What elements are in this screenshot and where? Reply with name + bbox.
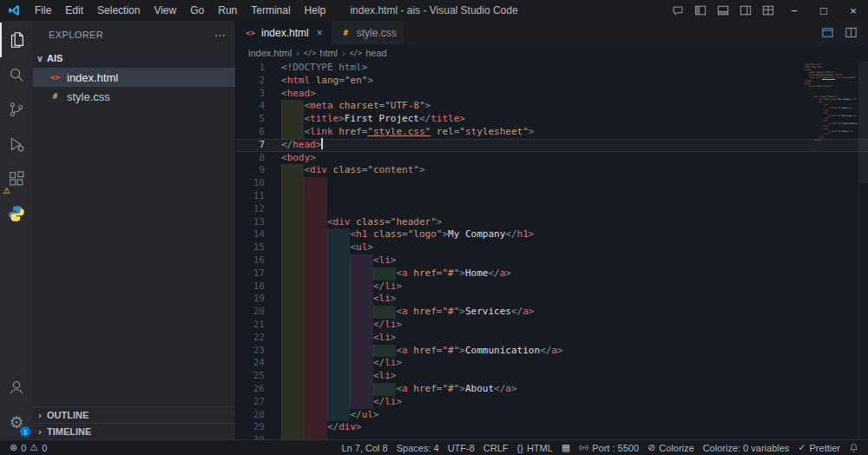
code-line[interactable]: 10 [236,177,868,190]
code-line[interactable]: 23<a href="#">Communication</a> [236,345,868,358]
line-number[interactable]: 28 [236,409,265,422]
file-index.html[interactable]: <>index.html [33,68,235,87]
menu-item-go[interactable]: Go [183,0,211,21]
breadcrumb-item-index.html[interactable]: index.html [248,48,292,58]
code-line[interactable]: 24</li> [236,357,868,370]
problems-indicator[interactable]: ⊗ 0 ⚠ 0 [5,440,51,455]
line-number[interactable]: 6 [236,126,265,139]
code-line[interactable]: 1<!DOCTYPE html> [236,62,868,75]
line-number[interactable]: 12 [236,203,265,216]
line-number[interactable]: 30 [236,434,265,439]
tab-index.html[interactable]: <>index.html× [236,21,332,44]
activity-source-control-icon[interactable] [0,92,33,127]
code-line[interactable]: 21</li> [236,319,868,332]
close-tab-icon[interactable]: × [317,27,323,39]
code-line[interactable]: 27</li> [236,396,868,409]
prettier[interactable]: ✓Prettier [793,440,845,455]
code-line[interactable]: 20<a href="#">Services</a> [236,306,868,319]
line-number[interactable]: 26 [236,383,265,396]
live-server-port[interactable]: Port : 5500 [575,440,643,455]
code-editor[interactable]: 1<!DOCTYPE html>2<html lang="en">3<head>… [236,62,868,439]
code-line[interactable]: 4<meta charset="UTF-8"> [236,100,868,113]
activity-search-icon[interactable] [0,57,33,92]
file-style.css[interactable]: #style.css [33,87,235,106]
code-line[interactable]: 9<div class="content"> [236,164,868,177]
line-number[interactable]: 8 [236,152,265,165]
code-line[interactable]: 25<li> [236,370,868,383]
customize-layout-icon[interactable] [757,0,779,21]
maximize-button[interactable]: □ [809,0,838,21]
editor-scrollbar[interactable] [858,62,868,439]
chat-icon[interactable] [667,0,689,21]
breadcrumb-item-head[interactable]: </>head [350,48,387,58]
line-number[interactable]: 1 [236,62,265,75]
line-number[interactable]: 7 [236,139,265,152]
code-line[interactable]: 11 [236,190,868,203]
line-number[interactable]: 10 [236,177,265,190]
code-line[interactable]: 18</li> [236,280,868,293]
code-line[interactable]: 28</ul> [236,409,868,422]
menu-item-edit[interactable]: Edit [58,0,90,21]
line-number[interactable]: 2 [236,75,265,88]
line-number[interactable]: 13 [236,216,265,229]
accounts-icon[interactable] [0,370,33,405]
menu-item-selection[interactable]: Selection [90,0,147,21]
toggle-panel-icon[interactable] [712,0,734,21]
line-number[interactable]: 22 [236,332,265,345]
line-number[interactable]: 3 [236,88,265,101]
line-number[interactable]: 23 [236,345,265,358]
line-number[interactable]: 17 [236,267,265,280]
code-line[interactable]: 26<a href="#">About</a> [236,383,868,396]
language-mode[interactable]: {}HTML [513,440,557,455]
timeline-section[interactable]: › TIMELINE [33,423,235,439]
code-line[interactable]: 6<link href="style.css" rel="stylesheet"… [236,126,868,139]
line-number[interactable]: 9 [236,164,265,177]
code-line[interactable]: 12 [236,203,868,216]
indentation[interactable]: Spaces: 4 [392,440,444,455]
cursor-position[interactable]: Ln 7, Col 8 [338,440,392,455]
line-number[interactable]: 4 [236,100,265,113]
code-line[interactable]: 8<body> [236,152,868,165]
line-number[interactable]: 29 [236,421,265,434]
settings-gear-icon[interactable]: ⚙ 1 [0,405,33,439]
toggle-primary-sidebar-icon[interactable] [689,0,712,21]
line-number[interactable]: 11 [236,190,265,203]
menu-item-terminal[interactable]: Terminal [244,0,297,21]
more-actions-icon[interactable]: ⋯ [214,28,227,42]
code-line[interactable]: 17<a href="#">Home</a> [236,267,868,280]
line-number[interactable]: 14 [236,228,265,241]
code-line[interactable]: 15<ul> [236,241,868,254]
code-line[interactable]: 16<li> [236,254,868,267]
split-editor-icon[interactable] [845,26,858,39]
code-line[interactable]: 7</head> [236,139,868,152]
table-tool[interactable]: ▦ [557,440,575,455]
menu-item-run[interactable]: Run [211,0,244,21]
breadcrumb-item-html[interactable]: </>html [304,48,338,58]
minimize-button[interactable]: − [779,0,809,21]
code-line[interactable]: 2<html lang="en"> [236,75,868,88]
code-line[interactable]: 22<li> [236,332,868,345]
outline-section[interactable]: › OUTLINE [33,406,235,423]
toggle-secondary-sidebar-icon[interactable] [734,0,757,21]
menu-item-help[interactable]: Help [298,0,333,21]
line-number[interactable]: 18 [236,280,265,293]
minimap[interactable]: <!DOCTYPE html><html lang="en"><head> <m… [804,63,858,439]
code-line[interactable]: 5<title>First Project</title> [236,113,868,126]
line-number[interactable]: 21 [236,319,265,332]
code-line[interactable]: 3<head> [236,88,868,101]
line-number[interactable]: 27 [236,396,265,409]
code-line[interactable]: 29</div> [236,421,868,434]
colorize[interactable]: ⊘Colorize [643,440,699,455]
line-number[interactable]: 16 [236,254,265,267]
folder-section-ais[interactable]: ∨ AIS [33,49,235,68]
notifications[interactable] [845,440,863,455]
scrollbar-handle[interactable] [859,62,868,183]
line-number[interactable]: 19 [236,293,265,306]
activity-explorer-icon[interactable] [0,23,33,57]
code-line[interactable]: 30 [236,434,868,439]
code-line[interactable]: 13<div class="header"> [236,216,868,229]
colorize-variables[interactable]: Colorize: 0 variables [699,440,794,455]
activity-extensions-icon[interactable]: ⚠ [0,162,33,196]
activity-run-debug-icon[interactable] [0,127,33,162]
code-line[interactable]: 14<h1 class="logo">My Company</h1> [236,228,868,241]
